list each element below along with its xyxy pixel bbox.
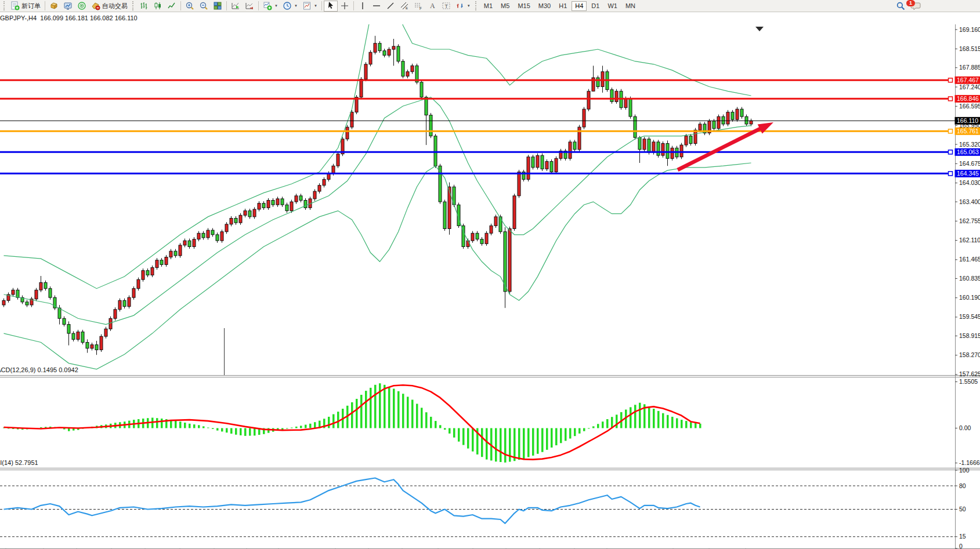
indicators-plus-icon <box>263 1 272 10</box>
notification-badge: 1 <box>906 0 915 6</box>
tab-timeframe-h1[interactable]: H1 <box>555 1 570 11</box>
auto-trading-button[interactable]: 自动交易 <box>89 1 130 12</box>
auto-scroll-icon <box>231 1 240 10</box>
tab-timeframe-h4[interactable]: H4 <box>572 1 587 11</box>
chart-shift-icon <box>245 1 254 10</box>
templates-button[interactable]: ▼ <box>300 1 320 12</box>
tab-timeframe-m1[interactable]: M1 <box>480 1 496 11</box>
price-tick-label: 168.515 <box>959 45 980 52</box>
svg-text:T: T <box>444 3 448 9</box>
crosshair-button[interactable] <box>338 1 352 12</box>
price-tick-label: 165.320 <box>959 141 980 148</box>
candlestick-chart-button[interactable] <box>151 1 165 12</box>
tab-timeframe-m15[interactable]: M15 <box>514 1 533 11</box>
tab-timeframe-m5[interactable]: M5 <box>497 1 513 11</box>
market-watch-button[interactable] <box>47 1 61 12</box>
price-tick-label: 161.465 <box>959 256 980 263</box>
data-window-button[interactable] <box>61 1 75 12</box>
svg-text:F: F <box>420 6 422 10</box>
price-level-badge-label: 165.761 <box>957 128 979 134</box>
clock-icon <box>283 1 292 10</box>
indicators-button[interactable]: ▼ <box>261 1 280 12</box>
toolbar-grip[interactable] <box>475 1 478 10</box>
bar-chart-button[interactable] <box>137 1 151 12</box>
navigator-button[interactable] <box>75 1 89 12</box>
tile-windows-button[interactable] <box>211 1 225 12</box>
price-tick-label: 160.190 <box>959 294 980 301</box>
periods-button[interactable]: ▼ <box>280 1 300 12</box>
tab-timeframe-m30[interactable]: M30 <box>535 1 554 11</box>
rsi-label-wrap: RSI(14) 52.7951 <box>0 459 232 468</box>
tab-timeframe-mn[interactable]: MN <box>622 1 639 11</box>
arrow-objects-button[interactable]: ▼ <box>453 1 473 12</box>
toolbar-separator <box>353 1 354 10</box>
trendline-button[interactable] <box>384 1 397 12</box>
toolbar: 新订单 自动交易 ▼ ▼ <box>0 0 980 12</box>
auto-trading-label: 自动交易 <box>102 2 128 10</box>
rsi-layer <box>0 478 955 537</box>
vertical-line-icon <box>358 1 367 10</box>
price-level-badge-label: 165.063 <box>957 148 979 155</box>
radar-icon <box>77 1 86 10</box>
crosshair-icon <box>340 1 349 10</box>
data-window-icon <box>63 1 73 10</box>
price-axis[interactable]: 169.160168.515167.885167.240166.595165.9… <box>955 26 980 549</box>
toolbar-grip[interactable] <box>132 1 135 10</box>
price-tick-label: 164.675 <box>959 160 980 167</box>
price-tick-label: 157.625 <box>959 370 980 377</box>
trendline-icon <box>386 1 395 10</box>
text-a-icon: A <box>428 1 437 10</box>
zoom-out-button[interactable] <box>197 1 211 12</box>
price-tick-label: 158.915 <box>959 332 980 339</box>
bollinger-upper <box>4 12 751 289</box>
price-level-badge-label: 166.846 <box>957 95 979 102</box>
macd-label-wrap: MACD(12,26,9) 0.1495 0.0942 <box>0 366 232 375</box>
search-icon <box>896 1 906 11</box>
notifications-button[interactable]: 1 <box>908 1 923 12</box>
rsi-tick-label: 80 <box>959 482 966 489</box>
auto-scroll-button[interactable] <box>229 1 243 12</box>
line-chart-button[interactable] <box>165 1 179 12</box>
new-order-button[interactable]: 新订单 <box>8 1 43 12</box>
new-order-icon <box>10 1 20 10</box>
text-label-button[interactable]: T <box>439 1 453 12</box>
price-tick-label: 162.755 <box>959 217 980 224</box>
chart-svg[interactable]: 169.160168.515167.885167.240166.595165.9… <box>0 12 980 549</box>
levels-layer <box>0 78 955 176</box>
fibonacci-button[interactable]: F <box>411 1 425 12</box>
bollinger-lower <box>4 163 751 369</box>
template-icon <box>302 1 312 10</box>
zoom-in-button[interactable] <box>183 1 197 12</box>
toolbar-grip[interactable] <box>3 1 6 10</box>
macd-tick-label: 0.00 <box>959 424 971 431</box>
text-button[interactable]: A <box>425 1 439 12</box>
price-level-badge-label: 164.345 <box>957 170 979 177</box>
gold-cube-icon <box>49 1 59 10</box>
equidistant-channel-button[interactable]: E <box>397 1 411 12</box>
fibonacci-icon: F <box>414 1 423 10</box>
tab-timeframe-d1[interactable]: D1 <box>588 1 603 11</box>
price-tick-label: 167.885 <box>959 64 980 71</box>
horizontal-line-icon <box>372 1 381 10</box>
macd-label: MACD(12,26,9) 0.1495 0.0942 <box>0 366 78 373</box>
chart-top-marker <box>755 27 764 31</box>
ohlc-bars-icon <box>139 1 149 10</box>
toolbar-separator <box>45 1 45 10</box>
svg-text:A: A <box>430 2 435 10</box>
chevron-down-icon: ▼ <box>314 4 317 8</box>
symbol-ohlc-label: GBPJPY-,H4 166.099 166.181 166.082 166.1… <box>0 14 138 21</box>
vertical-line-button[interactable] <box>356 1 370 12</box>
new-order-label: 新订单 <box>21 2 41 10</box>
cursor-button[interactable] <box>324 1 338 12</box>
zoom-in-icon <box>185 1 194 10</box>
horizontal-line-button[interactable] <box>370 1 384 12</box>
price-tick-label: 162.110 <box>959 237 980 243</box>
rsi-line <box>4 478 700 523</box>
line-chart-icon <box>167 1 176 10</box>
chart-shift-button[interactable] <box>243 1 256 12</box>
tab-timeframe-w1[interactable]: W1 <box>604 1 621 11</box>
chart-window[interactable]: 169.160168.515167.885167.240166.595165.9… <box>0 12 980 549</box>
macd-tick-label: 1.5505 <box>959 378 978 385</box>
price-tick-label: 166.595 <box>959 103 980 110</box>
price-tick-label: 163.400 <box>959 198 980 205</box>
